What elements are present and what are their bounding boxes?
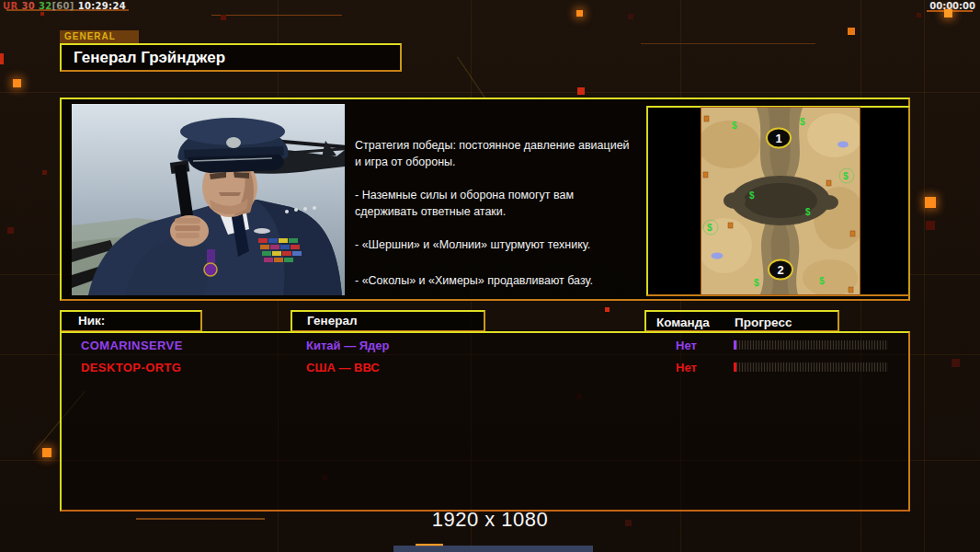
circuit-square	[42, 448, 51, 457]
player-row: DESKTOP-ORTG США — ВВС Нет	[62, 357, 908, 379]
grid-line	[924, 0, 925, 552]
tab-general-label: GENERAL	[64, 31, 116, 41]
players-panel: COMARINSERVE Китай — Ядер Нет DESKTOP-OR…	[60, 331, 910, 512]
column-header-general: Генерал	[291, 310, 485, 332]
tab-general: GENERAL	[60, 30, 139, 43]
circuit-square	[13, 79, 21, 87]
circuit-square	[605, 307, 610, 312]
column-header-team: Команда	[656, 314, 710, 332]
circuit-square	[7, 227, 14, 234]
page-title: Генерал Грэйнджер	[62, 45, 400, 70]
briefing-paragraph: - «Шершни» и «Молнии» штурмуют технику.	[355, 237, 642, 254]
circuit-trace	[641, 43, 815, 44]
supply-dollar-icon: $	[732, 121, 737, 131]
briefing-paragraph: Стратегия победы: постоянное давление ав…	[355, 138, 642, 170]
circuit-square	[628, 14, 633, 19]
strategy-briefing: Стратегия победы: постоянное давление ав…	[355, 138, 642, 306]
supply-dollar-icon: $	[800, 117, 805, 127]
circuit-square	[577, 87, 585, 95]
player-general: Китай — Ядер	[306, 339, 390, 352]
circuit-square	[848, 28, 855, 35]
supply-dollar-icon: $	[805, 207, 811, 217]
player-general: США — ВВС	[306, 361, 380, 374]
loading-screen: UR3032[60]10:29:24 00:00:00 GENERAL Гене…	[0, 0, 980, 552]
supply-dollar-icon: $	[843, 171, 849, 181]
column-header-team-progress: Команда Прогресс	[644, 310, 839, 332]
player-row: COMARINSERVE Китай — Ядер Нет	[62, 335, 908, 357]
circuit-square	[952, 359, 960, 367]
progress-bar-track	[734, 340, 888, 350]
circuit-square	[221, 15, 226, 20]
portrait-illustration	[72, 104, 345, 295]
recording-timer: 00:00:00	[929, 1, 975, 11]
player-nick: DESKTOP-ORTG	[81, 361, 181, 374]
circuit-square	[925, 197, 936, 208]
player-progress-bar	[734, 362, 888, 372]
circuit-square	[917, 13, 921, 17]
map-marker-1: 1	[767, 129, 791, 148]
general-title-box: Генерал Грэйнджер	[60, 43, 402, 72]
circuit-square	[576, 10, 583, 17]
bottom-taskbar-strip	[393, 546, 593, 552]
circuit-square	[42, 170, 47, 175]
general-portrait	[72, 104, 345, 295]
svg-text:2: 2	[777, 263, 783, 277]
column-header-nick: Ник:	[60, 310, 202, 332]
overlay-cap-value: [60]	[51, 1, 74, 11]
circuit-trace	[211, 15, 342, 16]
minimap-image: $ $ $ $ $ $ $ $ 1	[701, 108, 860, 294]
svg-text:1: 1	[775, 132, 781, 145]
briefing-paragraph: - «Соколы» и «Химеры» продавливают базу.	[355, 273, 642, 290]
minimap-box: $ $ $ $ $ $ $ $ 1	[646, 106, 910, 296]
general-info-panel: Стратегия победы: постоянное давление ав…	[60, 98, 910, 301]
overlay-ur-label: UR	[3, 1, 17, 11]
supply-dollar-icon: $	[819, 276, 825, 286]
fps-overlay: UR3032[60]10:29:24	[3, 1, 130, 11]
column-header-progress: Прогресс	[735, 314, 792, 332]
briefing-paragraph: - Наземные силы и оборона помогут вам сд…	[355, 188, 642, 220]
circuit-square	[0, 53, 4, 64]
map-marker-2: 2	[769, 260, 792, 280]
player-progress-bar	[734, 340, 888, 350]
circuit-square	[40, 12, 44, 16]
resolution-label: 1920 x 1080	[0, 508, 980, 532]
player-team: Нет	[676, 339, 697, 352]
progress-bar-fill	[734, 362, 736, 372]
player-team: Нет	[676, 361, 697, 374]
grid-line	[0, 92, 980, 93]
overlay-fps-value: 30	[21, 1, 35, 11]
circuit-square	[926, 221, 935, 230]
overlay-stat-value: 32	[39, 1, 52, 11]
minimap: $ $ $ $ $ $ $ $ 1	[701, 108, 860, 294]
supply-dollar-icon: $	[707, 223, 712, 233]
supply-dollar-icon: $	[754, 278, 759, 288]
progress-bar-track	[734, 362, 888, 372]
progress-bar-fill	[734, 340, 736, 350]
player-nick: COMARINSERVE	[81, 339, 183, 352]
supply-dollar-icon: $	[749, 190, 755, 201]
overlay-clock: 10:29:24	[78, 1, 126, 11]
